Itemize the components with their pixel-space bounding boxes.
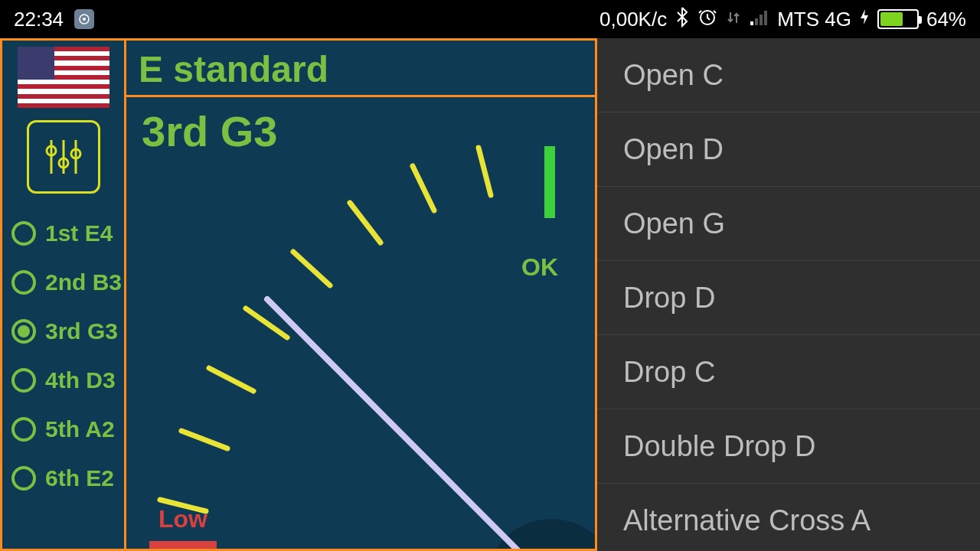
string-item-4[interactable]: 4th D3 (11, 356, 124, 405)
string-item-1[interactable]: 1st E4 (11, 209, 124, 258)
app-badge-icon (74, 9, 94, 29)
string-list: 1st E4 2nd B3 3rd G3 4th D3 5th A2 6th E… (2, 209, 124, 503)
string-label: 2nd B3 (45, 269, 122, 295)
status-carrier: MTS 4G (777, 8, 851, 31)
data-transfer-icon (725, 8, 742, 31)
radio-icon (11, 466, 36, 491)
svg-line-23 (267, 299, 551, 551)
svg-line-18 (293, 252, 330, 285)
menu-item-alt-cross-a[interactable]: Alternative Cross A (597, 484, 980, 551)
svg-rect-22 (544, 146, 555, 218)
string-label: 1st E4 (45, 220, 113, 246)
menu-item-open-c[interactable]: Open C (597, 38, 980, 112)
menu-item-drop-c[interactable]: Drop C (597, 335, 980, 409)
svg-line-20 (413, 166, 434, 210)
sliders-icon (41, 134, 87, 180)
menu-item-label: Drop D (623, 282, 715, 315)
svg-point-1 (83, 18, 86, 21)
string-item-6[interactable]: 6th E2 (11, 454, 124, 503)
string-label: 4th D3 (45, 367, 116, 393)
tuner-gauge: OK Low (126, 94, 595, 549)
bluetooth-icon (675, 6, 690, 33)
signal-icon (750, 8, 769, 31)
low-label: Low (158, 505, 207, 533)
svg-rect-5 (760, 15, 763, 25)
svg-line-19 (350, 203, 381, 243)
menu-item-label: Alternative Cross A (623, 504, 871, 537)
string-item-2[interactable]: 2nd B3 (11, 258, 124, 307)
radio-icon (11, 221, 36, 246)
menu-item-drop-d[interactable]: Drop D (597, 261, 980, 335)
menu-item-label: Open D (623, 133, 724, 166)
status-data-rate: 0,00K/c (599, 8, 667, 31)
settings-button[interactable] (27, 120, 100, 194)
svg-rect-6 (764, 11, 767, 25)
ok-label: OK (521, 253, 558, 282)
menu-item-label: Double Drop D (623, 430, 815, 463)
alarm-icon (697, 7, 717, 32)
svg-rect-3 (750, 21, 753, 25)
string-item-3[interactable]: 3rd G3 (11, 307, 124, 356)
status-bar: 22:34 0,00K/c MTS 4G 64% (0, 0, 980, 38)
menu-item-label: Open C (623, 59, 724, 92)
flag-button[interactable] (18, 47, 109, 108)
low-indicator-bar (149, 541, 217, 551)
sidebar: 1st E4 2nd B3 3rd G3 4th D3 5th A2 6th E… (0, 38, 126, 551)
radio-icon (11, 319, 36, 344)
svg-line-15 (181, 431, 227, 448)
menu-item-label: Drop C (623, 356, 715, 389)
menu-item-label: Open G (623, 207, 725, 240)
svg-rect-4 (755, 18, 758, 25)
menu-item-open-g[interactable]: Open G (597, 187, 980, 261)
tuning-menu[interactable]: Open C Open D Open G Drop D Drop C Doubl… (597, 38, 980, 551)
string-label: 5th A2 (45, 416, 115, 442)
tuner-panel: E standard 3rd G3 (126, 38, 597, 551)
menu-item-open-d[interactable]: Open D (597, 112, 980, 187)
radio-icon (11, 270, 36, 295)
svg-line-21 (479, 148, 491, 195)
string-item-5[interactable]: 5th A2 (11, 405, 124, 454)
radio-icon (11, 417, 36, 442)
charging-icon (859, 8, 870, 31)
status-time: 22:34 (14, 8, 64, 31)
svg-line-16 (209, 368, 253, 391)
string-label: 6th E2 (45, 465, 114, 491)
tuning-name[interactable]: E standard (126, 41, 595, 97)
string-label: 3rd G3 (45, 318, 118, 344)
menu-item-double-drop-d[interactable]: Double Drop D (597, 409, 980, 484)
status-battery-pct: 64% (926, 8, 966, 31)
battery-icon (877, 9, 919, 29)
radio-icon (11, 368, 36, 393)
